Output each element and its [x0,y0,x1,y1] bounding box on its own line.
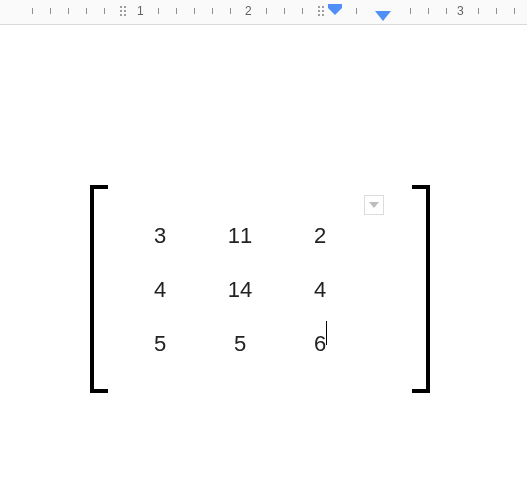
horizontal-ruler[interactable]: 123 [0,0,527,25]
equation-object[interactable]: 31124144556 [90,185,430,405]
svg-rect-0 [328,4,342,8]
equation-options-button[interactable] [364,195,384,215]
document-page[interactable]: 31124144556 [0,25,527,501]
indent-marker-icon[interactable] [325,2,345,22]
matrix-left-bracket [90,185,108,393]
ruler-track: 123 [0,0,527,24]
matrix-cell[interactable]: 3 [120,223,200,249]
matrix-cell[interactable]: 4 [280,277,360,303]
matrix-right-bracket [412,185,430,393]
matrix-cell[interactable]: 11 [200,223,280,249]
ruler-number: 2 [245,4,252,18]
ruler-number: 3 [457,4,464,18]
ruler-number: 1 [137,4,144,18]
matrix-cell[interactable]: 6 [280,331,360,357]
matrix-cell[interactable]: 14 [200,277,280,303]
matrix-cell[interactable]: 4 [120,277,200,303]
matrix-cell[interactable]: 5 [120,331,200,357]
matrix-cell[interactable]: 5 [200,331,280,357]
matrix-grid[interactable]: 31124144556 [120,223,360,357]
right-margin-marker-icon[interactable] [375,11,391,21]
matrix-cell[interactable]: 2 [280,223,360,249]
caret-down-icon [369,202,379,208]
text-caret [326,321,327,345]
